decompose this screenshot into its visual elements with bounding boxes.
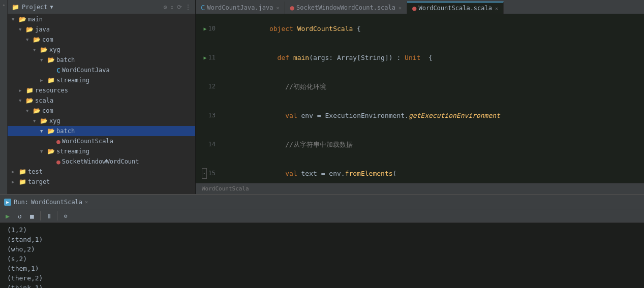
list-item[interactable]: ▼ 📂 batch [8,55,195,65]
list-item[interactable]: ● WordCountScala [8,136,195,146]
editor-area: C WordCountJava.java ✕ ● SocketWindowWor… [196,0,644,194]
favorites-icon[interactable]: ✦ [2,3,6,8]
project-header[interactable]: 📁 Project ▼ ⚙ ↕ ⟳ ⋮ [8,0,195,14]
list-item[interactable]: ▼ 📂 com [8,106,195,116]
project-title: Project [22,4,48,11]
list-item[interactable]: ▼ 📂 com [8,35,195,45]
code-line: 13 val env = ExecutionEnvironment.getExe… [196,101,644,130]
console-output[interactable]: (1,2) (stand,1) (who,2) (s,2) (them,1) (… [0,223,644,288]
tab-WordCountScala[interactable]: ● WordCountScala.scala ✕ [407,2,504,14]
resources-icon: 📁 [26,87,34,94]
scala-tab-icon: ● [290,4,294,11]
console-line: (stand,1) [7,235,640,244]
tree-item-label: batch [56,127,75,135]
tab-close-icon[interactable]: ✕ [276,5,279,11]
code-line: - 15 val text = env.fromElements( [196,159,644,183]
folder-icon: 📂 [47,56,55,63]
code-line: 12 //初始化环境 [196,72,644,101]
folder-open-icon: 📂 [47,127,55,135]
folder-icon: 📂 [40,46,48,53]
gear-icon[interactable]: ⚙ [164,4,167,11]
scala-file-icon: ● [56,138,60,145]
rerun-button[interactable]: ↺ [14,210,25,221]
pause-button[interactable]: ⏸ [43,210,54,221]
stop-button[interactable]: ■ [26,210,38,221]
code-editor[interactable]: ▶ 10 object WordCountScala { ▶ 11 def ma… [196,14,644,183]
run-label: Run: [14,199,28,206]
console-line: (s,2) [7,254,640,264]
list-item[interactable]: ▼ 📂 streaming [8,146,195,156]
project-tree: ▼ 📂 main ▼ 📂 java ▼ 📂 com [8,14,195,194]
tree-item-label: main [28,16,43,23]
list-item[interactable]: ▶ 📁 target [8,177,195,187]
tab-label: WordCountScala.scala [419,5,493,12]
tree-item-label: xyg [49,117,60,124]
list-item[interactable]: ▼ 📂 java [8,24,195,35]
tab-label: WordCountJava.java [207,4,273,11]
run-toolbar: ▶ ↺ ■ ⏸ ⚙ [0,209,644,223]
list-item[interactable]: ● SocketWindowWordCount [8,156,195,167]
run-arrow-icon: ▶ [204,24,207,34]
more-icon[interactable]: ⋮ [185,4,191,11]
run-tab-close[interactable]: ✕ [85,199,88,205]
scala-tab-icon-active: ● [412,5,416,12]
list-item[interactable]: ▶ 📁 test [8,167,195,177]
folder-icon: 📂 [33,107,41,114]
java-source-icon: 📂 [26,26,34,33]
run-tab-icon: ▶ [4,199,11,206]
folder-icon: 📂 [33,36,41,43]
folder-icon: 📂 [40,117,48,124]
fold-icon: - [202,168,206,179]
folder-icon: 📁 [47,77,55,84]
list-item[interactable]: ▼ 📂 xyg [8,116,195,126]
tab-close-icon[interactable]: ✕ [398,5,402,11]
editor-footer: WordCountScala [196,183,644,194]
settings-button[interactable]: ⚙ [60,210,71,221]
list-item[interactable]: ▼ 📂 batch [8,126,195,136]
console-line: (who,2) [7,244,640,254]
tabs-bar: C WordCountJava.java ✕ ● SocketWindowWor… [196,0,644,14]
project-icon: 📁 [12,4,19,11]
tree-item-label: test [28,168,43,175]
code-content: val env = ExecutionEnvironment.getExecut… [219,101,500,130]
scala-file-icon: ● [56,158,60,166]
console-line: (1,2) [7,225,640,235]
run-arrow-icon: ▶ [204,53,207,62]
sort-icon[interactable]: ↕ [170,4,174,11]
tree-item-label: resources [35,87,68,94]
line-number: 15 [208,169,216,178]
project-panel: 📁 Project ▼ ⚙ ↕ ⟳ ⋮ ▼ 📂 main [8,0,196,194]
console-line: (there,2) [7,273,640,283]
tree-item-label: streaming [56,77,89,84]
run-button[interactable]: ▶ [2,210,13,221]
code-line: ▶ 10 object WordCountScala { [196,14,644,43]
scala-source-icon: 📂 [26,97,34,104]
code-content: //从字符串中加载数据 [219,130,353,159]
line-number: 11 [208,53,216,62]
code-content: def main(args: Array[String]) : Unit { [219,43,433,72]
tree-item-label: com [42,36,53,43]
line-number: 10 [208,24,216,34]
run-tabs-bar: ▶ Run: WordCountScala ✕ [0,195,644,209]
run-tab[interactable]: ▶ Run: WordCountScala ✕ [4,195,88,209]
list-item[interactable]: ▼ 📂 scala [8,95,195,106]
tree-item-label: java [35,26,50,33]
tree-item-label: scala [35,97,53,104]
editor-breadcrumb: WordCountScala [202,185,249,192]
list-item[interactable]: C WordCountJava [8,65,195,75]
code-content: object WordCountScala { [219,14,361,43]
list-item[interactable]: ▼ 📂 main [8,14,195,24]
project-arrow[interactable]: ▼ [50,4,53,10]
tab-SocketWindowWordCount[interactable]: ● SocketWindowWordCount.scala ✕ [285,2,408,14]
tab-WordCountJava[interactable]: C WordCountJava.java ✕ [196,2,285,14]
tree-item-label: batch [56,56,75,63]
list-item[interactable]: ▶ 📁 streaming [8,75,195,85]
refresh-icon[interactable]: ⟳ [177,4,182,11]
tab-close-icon[interactable]: ✕ [495,6,498,11]
console-line: (think,1) [7,283,640,288]
list-item[interactable]: ▼ 📂 xyg [8,45,195,55]
list-item[interactable]: ▶ 📁 resources [8,85,195,95]
tree-item-label: target [28,178,50,185]
tree-item-label: streaming [56,148,89,155]
java-file-icon: C [56,67,60,74]
